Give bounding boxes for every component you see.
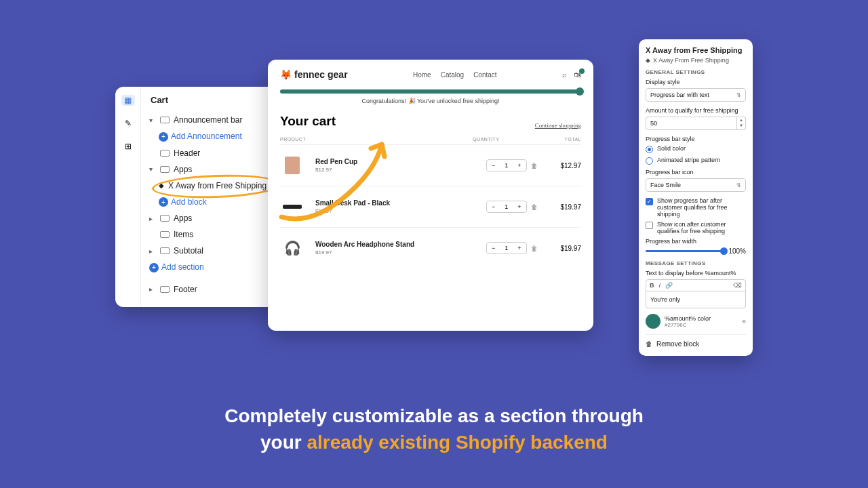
tree-announcement-bar[interactable]: ▾ Announcement bar bbox=[146, 112, 275, 128]
tree-title: Cart bbox=[146, 95, 275, 105]
tree-apps-2[interactable]: ▸ Apps bbox=[146, 210, 275, 226]
section-icon bbox=[160, 286, 170, 293]
tagline-line-2a: your bbox=[260, 432, 307, 453]
free-shipping-message: Congratulations! 🎉 You've unlocked free … bbox=[280, 98, 581, 104]
clear-format-icon[interactable]: ⌫ bbox=[733, 282, 742, 289]
quantity-stepper[interactable]: −1+ bbox=[486, 159, 527, 171]
remove-block-button[interactable]: 🗑 Remove block bbox=[646, 334, 746, 348]
qty-minus[interactable]: − bbox=[487, 243, 500, 253]
cart-row: 🎧 Wooden Arc Headphone Stand$19.97 −1+ 🗑… bbox=[280, 228, 581, 268]
app-block-icon: ◆ bbox=[159, 182, 164, 189]
width-value: 100% bbox=[728, 247, 746, 255]
store-brand[interactable]: 🦊fennec gear bbox=[280, 69, 348, 80]
product-name[interactable]: Wooden Arc Headphone Stand bbox=[315, 241, 479, 248]
qty-minus[interactable]: − bbox=[487, 201, 500, 212]
radio-icon bbox=[646, 157, 653, 165]
cart-icon[interactable]: 🛍 bbox=[574, 70, 581, 79]
trash-icon[interactable]: 🗑 bbox=[531, 203, 538, 211]
nav-contact[interactable]: Contact bbox=[473, 71, 496, 79]
product-thumb: 🎧 bbox=[280, 236, 304, 260]
continue-shopping-link[interactable]: Continue shopping bbox=[535, 122, 581, 129]
product-thumb bbox=[280, 195, 304, 219]
bold-icon[interactable]: B bbox=[650, 282, 654, 289]
link-icon[interactable]: 🔗 bbox=[665, 282, 673, 289]
tree-footer[interactable]: ▸ Footer bbox=[146, 281, 275, 298]
caret-icon: ▾ bbox=[149, 117, 156, 124]
trash-icon: 🗑 bbox=[646, 340, 652, 348]
rich-text-editor: B I 🔗 ⌫ You're only bbox=[646, 279, 746, 308]
add-label: Add section bbox=[161, 262, 204, 272]
rte-content[interactable]: You're only bbox=[646, 291, 745, 308]
tree-label: Footer bbox=[174, 285, 197, 294]
tree-shipping-block[interactable]: ◆ X Away from Free Shipping bbox=[146, 178, 275, 194]
tree-header[interactable]: Header bbox=[146, 145, 275, 161]
tree-label: Announcement bar bbox=[174, 115, 242, 125]
tree-label: Header bbox=[174, 148, 200, 158]
progress-bar-icon-label: Progress bar icon bbox=[646, 169, 746, 176]
section-general: GENERAL SETTINGS bbox=[646, 69, 746, 75]
col-quantity: QUANTITY bbox=[371, 137, 499, 142]
product-name[interactable]: Red Pen Cup bbox=[315, 158, 479, 165]
theme-editor-sidebar: ▦ ✎ ⊞ Cart ▾ Announcement bar +Add Annou… bbox=[115, 87, 278, 307]
theme-settings-icon[interactable]: ✎ bbox=[121, 118, 135, 129]
tree-add-section[interactable]: +Add section bbox=[146, 259, 275, 276]
qty-value: 1 bbox=[500, 160, 513, 171]
qty-plus[interactable]: + bbox=[513, 243, 526, 253]
checkbox-show-icon[interactable]: Show icon after customer qualifies for f… bbox=[646, 221, 746, 235]
tree-subtotal[interactable]: ▸ Subtotal bbox=[146, 243, 275, 259]
add-label: Add Announcement bbox=[171, 131, 242, 141]
section-icon bbox=[160, 150, 170, 157]
display-style-select[interactable]: Progress bar with text⇅ bbox=[646, 88, 746, 102]
product-thumb bbox=[280, 153, 304, 178]
display-style-label: Display style bbox=[646, 79, 746, 85]
product-price: $12.97 bbox=[315, 167, 479, 173]
cart-row: Red Pen Cup$12.97 −1+ 🗑 $12.97 bbox=[280, 145, 581, 186]
cart-row: Small Desk Pad - Black$19.97 −1+ 🗑 $19.9… bbox=[280, 186, 581, 228]
quantity-stepper[interactable]: −1+ bbox=[486, 242, 527, 254]
settings-title: X Away from Free Shipping bbox=[646, 46, 746, 54]
chevron-updown-icon: ⇅ bbox=[736, 182, 741, 188]
search-icon[interactable]: ⌕ bbox=[562, 70, 567, 79]
product-name[interactable]: Small Desk Pad - Black bbox=[315, 199, 479, 207]
italic-icon[interactable]: I bbox=[659, 282, 661, 289]
quantity-stepper[interactable]: −1+ bbox=[486, 201, 527, 213]
color-swatch bbox=[646, 314, 660, 329]
apps-rail-icon[interactable]: ⊞ bbox=[121, 141, 135, 152]
nav-catalog[interactable]: Catalog bbox=[441, 71, 464, 79]
row-total: $19.97 bbox=[551, 245, 581, 252]
cart-heading-row: Your cart Continue shopping bbox=[280, 114, 581, 129]
nav-home[interactable]: Home bbox=[413, 71, 431, 79]
amount-input[interactable] bbox=[646, 117, 737, 130]
checkbox-icon: ✓ bbox=[646, 198, 653, 205]
progress-bar-icon-select[interactable]: Face Smile⇅ bbox=[646, 178, 746, 192]
plus-icon: + bbox=[159, 132, 168, 142]
store-tools: ⌕ 🛍 bbox=[562, 70, 581, 79]
qty-plus[interactable]: + bbox=[513, 160, 526, 171]
amount-label: Amount to qualify for free shipping bbox=[646, 107, 746, 114]
trash-icon[interactable]: 🗑 bbox=[531, 162, 538, 169]
tree-items[interactable]: Items bbox=[146, 226, 275, 243]
qty-minus[interactable]: − bbox=[487, 160, 500, 171]
radio-solid-color[interactable]: Solid color bbox=[646, 145, 746, 153]
amount-color-setting[interactable]: %amount% color #27796C ≡ bbox=[646, 314, 746, 329]
section-icon bbox=[160, 117, 170, 123]
tree-apps[interactable]: ▾ Apps bbox=[146, 161, 275, 178]
checkbox-show-progress-bar[interactable]: ✓Show progress bar after customer qualif… bbox=[646, 197, 746, 218]
tree-add-block[interactable]: +Add block bbox=[146, 194, 275, 211]
color-options-icon[interactable]: ≡ bbox=[742, 318, 746, 325]
width-slider[interactable] bbox=[646, 250, 724, 252]
tree-add-announcement[interactable]: +Add Announcement bbox=[146, 128, 275, 145]
section-message: MESSAGE SETTINGS bbox=[646, 260, 746, 266]
radio-animated-stripe[interactable]: Animated stripe pattern bbox=[646, 157, 746, 165]
brand-icon: 🦊 bbox=[280, 69, 292, 80]
cart-title: Your cart bbox=[280, 114, 336, 129]
row-total: $12.97 bbox=[551, 162, 581, 169]
trash-icon[interactable]: 🗑 bbox=[531, 245, 538, 252]
caret-icon: ▾ bbox=[149, 165, 156, 173]
number-spinner[interactable]: ▲▼ bbox=[737, 117, 746, 130]
sections-icon[interactable]: ▦ bbox=[121, 95, 135, 106]
product-price: $19.97 bbox=[315, 249, 479, 256]
slider-knob bbox=[720, 247, 728, 255]
qty-plus[interactable]: + bbox=[513, 201, 526, 212]
section-icon bbox=[160, 231, 170, 238]
